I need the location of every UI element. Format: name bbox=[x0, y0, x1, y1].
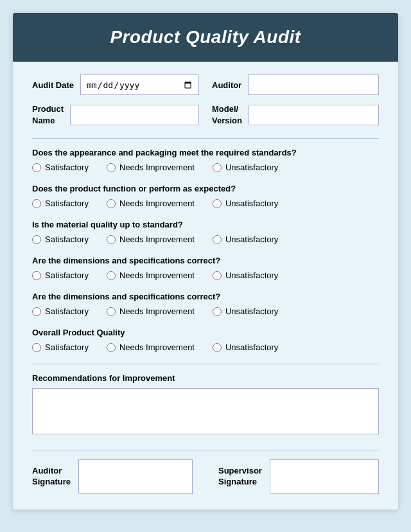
radio-input-q4-1[interactable] bbox=[107, 271, 116, 280]
radio-option-q3-0[interactable]: Satisfactory bbox=[32, 235, 89, 244]
radio-group-q4: SatisfactoryNeeds ImprovementUnsatisfact… bbox=[32, 270, 379, 280]
radio-option-q2-2[interactable]: Unsatisfactory bbox=[213, 199, 278, 208]
question-text-q2: Does the product function or perform as … bbox=[32, 184, 379, 193]
radio-label-q3-1: Needs Improvement bbox=[119, 235, 195, 244]
radio-input-q2-2[interactable] bbox=[213, 199, 222, 208]
radio-option-q4-2[interactable]: Unsatisfactory bbox=[213, 270, 278, 280]
question-section-q4: Are the dimensions and specifications co… bbox=[32, 256, 379, 280]
radio-group-q2: SatisfactoryNeeds ImprovementUnsatisfact… bbox=[32, 199, 379, 208]
radio-input-q1-2[interactable] bbox=[213, 163, 222, 172]
radio-option-q2-0[interactable]: Satisfactory bbox=[32, 199, 89, 208]
radio-option-q5-1[interactable]: Needs Improvement bbox=[107, 306, 195, 316]
radio-input-q2-1[interactable] bbox=[107, 199, 116, 208]
radio-label-q6-2: Unsatisfactory bbox=[225, 342, 278, 352]
radio-label-q5-0: Satisfactory bbox=[45, 306, 89, 316]
question-text-q4: Are the dimensions and specifications co… bbox=[32, 256, 379, 265]
question-text-q3: Is the material quality up to standard? bbox=[32, 220, 379, 229]
question-text-q5: Are the dimensions and specifications co… bbox=[32, 292, 379, 301]
question-text-q6: Overall Product Quality bbox=[32, 328, 379, 337]
radio-label-q4-1: Needs Improvement bbox=[119, 270, 195, 280]
form-title: Product Quality Audit bbox=[26, 27, 385, 48]
product-name-input[interactable] bbox=[70, 105, 199, 125]
question-section-q6: Overall Product QualitySatisfactoryNeeds… bbox=[32, 328, 379, 352]
recommendations-textarea[interactable] bbox=[32, 388, 379, 434]
radio-group-q1: SatisfactoryNeeds ImprovementUnsatisfact… bbox=[32, 163, 379, 172]
question-text-q1: Does the appearance and packaging meet t… bbox=[32, 148, 379, 157]
radio-input-q2-0[interactable] bbox=[32, 199, 41, 208]
product-name-label-line2: Name bbox=[32, 116, 64, 126]
auditor-signature-field: Auditor Signature bbox=[32, 459, 193, 494]
product-name-field: Product Name bbox=[32, 104, 199, 125]
radio-label-q3-0: Satisfactory bbox=[45, 235, 89, 244]
audit-date-input[interactable] bbox=[80, 75, 199, 95]
radio-label-q4-0: Satisfactory bbox=[45, 270, 89, 280]
radio-input-q6-1[interactable] bbox=[107, 343, 116, 352]
model-version-label-line1: Model/ bbox=[212, 104, 242, 114]
radio-label-q3-2: Unsatisfactory bbox=[225, 235, 278, 244]
radio-option-q3-1[interactable]: Needs Improvement bbox=[107, 235, 195, 244]
recommendations-label: Recommendations for Improvement bbox=[32, 373, 379, 383]
radio-option-q3-2[interactable]: Unsatisfactory bbox=[213, 235, 278, 244]
divider-3 bbox=[32, 450, 379, 450]
questions-container: Does the appearance and packaging meet t… bbox=[32, 148, 379, 352]
divider-1 bbox=[32, 138, 379, 139]
radio-label-q1-1: Needs Improvement bbox=[119, 163, 195, 172]
radio-option-q4-0[interactable]: Satisfactory bbox=[32, 270, 89, 280]
supervisor-signature-box[interactable] bbox=[270, 459, 379, 494]
radio-option-q6-0[interactable]: Satisfactory bbox=[32, 342, 89, 352]
meta-row-1: Audit Date Auditor bbox=[32, 75, 379, 95]
form-body: Audit Date Auditor Product Name Model/ V bbox=[13, 62, 398, 510]
radio-option-q6-2[interactable]: Unsatisfactory bbox=[213, 342, 278, 352]
question-section-q1: Does the appearance and packaging meet t… bbox=[32, 148, 379, 172]
auditor-field: Auditor bbox=[212, 75, 379, 95]
radio-option-q6-1[interactable]: Needs Improvement bbox=[107, 342, 195, 352]
radio-input-q6-2[interactable] bbox=[213, 343, 222, 352]
radio-input-q5-2[interactable] bbox=[213, 307, 222, 316]
radio-option-q1-2[interactable]: Unsatisfactory bbox=[213, 163, 278, 172]
radio-group-q3: SatisfactoryNeeds ImprovementUnsatisfact… bbox=[32, 235, 379, 244]
auditor-input[interactable] bbox=[248, 75, 379, 95]
radio-input-q1-0[interactable] bbox=[32, 163, 41, 172]
audit-date-field: Audit Date bbox=[32, 75, 199, 95]
radio-input-q5-0[interactable] bbox=[32, 307, 41, 316]
radio-option-q4-1[interactable]: Needs Improvement bbox=[107, 270, 195, 280]
radio-label-q2-1: Needs Improvement bbox=[119, 199, 195, 208]
radio-option-q1-1[interactable]: Needs Improvement bbox=[107, 163, 195, 172]
radio-label-q2-2: Unsatisfactory bbox=[225, 199, 278, 208]
radio-input-q3-0[interactable] bbox=[32, 235, 41, 244]
radio-input-q4-2[interactable] bbox=[213, 271, 222, 280]
form-container: Product Quality Audit Audit Date Auditor… bbox=[13, 13, 398, 510]
radio-label-q1-0: Satisfactory bbox=[45, 163, 89, 172]
radio-label-q5-2: Unsatisfactory bbox=[225, 306, 278, 316]
divider-2 bbox=[32, 364, 379, 364]
question-section-q5: Are the dimensions and specifications co… bbox=[32, 292, 379, 316]
auditor-signature-box[interactable] bbox=[78, 459, 193, 494]
radio-input-q6-0[interactable] bbox=[32, 343, 41, 352]
form-header: Product Quality Audit bbox=[13, 13, 398, 62]
radio-input-q3-1[interactable] bbox=[107, 235, 116, 244]
radio-input-q5-1[interactable] bbox=[107, 307, 116, 316]
model-version-field: Model/ Version bbox=[212, 104, 379, 125]
product-name-label-line1: Product bbox=[32, 104, 64, 114]
radio-label-q5-1: Needs Improvement bbox=[119, 306, 195, 316]
signature-row: Auditor Signature Supervisor Signature bbox=[32, 459, 379, 494]
radio-label-q6-0: Satisfactory bbox=[45, 342, 89, 352]
radio-label-q2-0: Satisfactory bbox=[45, 199, 89, 208]
radio-group-q6: SatisfactoryNeeds ImprovementUnsatisfact… bbox=[32, 342, 379, 352]
radio-input-q1-1[interactable] bbox=[107, 163, 116, 172]
radio-input-q4-0[interactable] bbox=[32, 271, 41, 280]
model-version-input[interactable] bbox=[249, 105, 379, 125]
model-version-label-line2: Version bbox=[212, 116, 242, 126]
supervisor-signature-field: Supervisor Signature bbox=[218, 459, 379, 494]
supervisor-signature-label: Supervisor Signature bbox=[218, 466, 262, 488]
radio-label-q6-1: Needs Improvement bbox=[119, 342, 195, 352]
radio-label-q4-2: Unsatisfactory bbox=[225, 270, 278, 280]
question-section-q3: Is the material quality up to standard?S… bbox=[32, 220, 379, 244]
radio-option-q5-0[interactable]: Satisfactory bbox=[32, 306, 89, 316]
radio-option-q5-2[interactable]: Unsatisfactory bbox=[213, 306, 278, 316]
recommendations-section: Recommendations for Improvement bbox=[32, 373, 379, 437]
radio-input-q3-2[interactable] bbox=[213, 235, 222, 244]
radio-option-q1-0[interactable]: Satisfactory bbox=[32, 163, 89, 172]
radio-option-q2-1[interactable]: Needs Improvement bbox=[107, 199, 195, 208]
audit-date-label: Audit Date bbox=[32, 80, 74, 90]
